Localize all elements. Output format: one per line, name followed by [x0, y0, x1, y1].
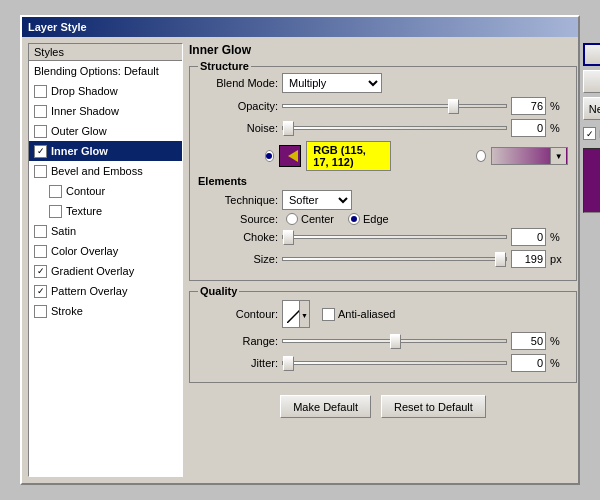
- layer-style-dialog: Layer Style Styles Blending Options: Def…: [20, 15, 580, 485]
- title-bar: Layer Style: [22, 17, 578, 37]
- structure-section: Structure Blend Mode: Multiply Normal Sc…: [189, 66, 577, 281]
- opacity-unit: %: [550, 100, 568, 112]
- opacity-label: Opacity:: [198, 100, 278, 112]
- choke-row: Choke: %: [198, 228, 568, 246]
- sidebar-item-gradient-overlay[interactable]: Gradient Overlay: [29, 261, 182, 281]
- noise-unit: %: [550, 122, 568, 134]
- preview-box: [583, 148, 600, 213]
- blend-mode-row: Blend Mode: Multiply Normal Screen Overl…: [198, 73, 568, 93]
- jitter-unit: %: [550, 357, 568, 369]
- contour-preview[interactable]: ▼: [282, 300, 310, 328]
- sidebar-item-inner-shadow[interactable]: Inner Shadow: [29, 101, 182, 121]
- source-center-option[interactable]: Center: [286, 213, 334, 225]
- noise-label: Noise:: [198, 122, 278, 134]
- noise-slider-thumb[interactable]: [283, 121, 294, 136]
- source-edge-radio[interactable]: [348, 213, 360, 225]
- anti-alias-checkbox[interactable]: [322, 308, 335, 321]
- sidebar-item-outer-glow[interactable]: Outer Glow: [29, 121, 182, 141]
- cancel-button[interactable]: Cancel: [583, 70, 600, 93]
- source-row: Source: Center Edge: [198, 213, 568, 225]
- gradient-preview[interactable]: ▼: [491, 147, 568, 165]
- bevel-emboss-checkbox[interactable]: [34, 165, 47, 178]
- gradient-overlay-checkbox[interactable]: [34, 265, 47, 278]
- range-input[interactable]: [511, 332, 546, 350]
- right-panel: OK Cancel New Style... Preview: [583, 43, 600, 477]
- ok-button[interactable]: OK: [583, 43, 600, 66]
- satin-checkbox[interactable]: [34, 225, 47, 238]
- technique-label: Technique:: [198, 194, 278, 206]
- noise-slider-track[interactable]: [282, 126, 507, 130]
- anti-alias-label: Anti-aliased: [338, 308, 395, 320]
- tooltip-arrow-icon: [288, 150, 298, 162]
- solid-color-radio[interactable]: [265, 150, 275, 162]
- make-default-button[interactable]: Make Default: [280, 395, 371, 418]
- sidebar-item-satin[interactable]: Satin: [29, 221, 182, 241]
- sidebar-item-stroke[interactable]: Stroke: [29, 301, 182, 321]
- left-panel: Styles Blending Options: Default Drop Sh…: [28, 43, 183, 477]
- tooltip-container: RGB (115, 17, 112): [306, 141, 391, 171]
- opacity-slider-thumb[interactable]: [448, 99, 459, 114]
- sidebar-item-texture[interactable]: Texture: [29, 201, 182, 221]
- choke-input[interactable]: [511, 228, 546, 246]
- pattern-overlay-checkbox[interactable]: [34, 285, 47, 298]
- range-slider-thumb[interactable]: [390, 334, 401, 349]
- sidebar-item-blending[interactable]: Blending Options: Default: [29, 61, 182, 81]
- source-center-label: Center: [301, 213, 334, 225]
- size-slider-track[interactable]: [282, 257, 507, 261]
- inner-glow-checkbox[interactable]: [34, 145, 47, 158]
- jitter-slider-track[interactable]: [282, 361, 507, 365]
- gradient-dropdown-arrow[interactable]: ▼: [550, 148, 566, 164]
- choke-slider-thumb[interactable]: [283, 230, 294, 245]
- blend-mode-select-wrapper: Multiply Normal Screen Overlay: [282, 73, 382, 93]
- sidebar-item-contour[interactable]: Contour: [29, 181, 182, 201]
- technique-select[interactable]: Softer Precise: [282, 190, 352, 210]
- contour-label: Contour:: [198, 308, 278, 320]
- choke-slider-track[interactable]: [282, 235, 507, 239]
- sidebar-item-inner-glow[interactable]: Inner Glow: [29, 141, 182, 161]
- size-input[interactable]: [511, 250, 546, 268]
- bottom-buttons: Make Default Reset to Default: [189, 389, 577, 422]
- reset-to-default-button[interactable]: Reset to Default: [381, 395, 486, 418]
- blend-mode-select[interactable]: Multiply Normal Screen Overlay: [282, 73, 382, 93]
- preview-row: Preview: [583, 127, 600, 140]
- range-unit: %: [550, 335, 568, 347]
- dialog-title: Layer Style: [28, 21, 87, 33]
- source-edge-option[interactable]: Edge: [348, 213, 389, 225]
- inner-shadow-checkbox[interactable]: [34, 105, 47, 118]
- blend-mode-label: Blend Mode:: [198, 77, 278, 89]
- jitter-input[interactable]: [511, 354, 546, 372]
- new-style-button[interactable]: New Style...: [583, 97, 600, 120]
- contour-checkbox[interactable]: [49, 185, 62, 198]
- jitter-row: Jitter: %: [198, 354, 568, 372]
- contour-dropdown-arrow[interactable]: ▼: [299, 301, 309, 328]
- sidebar-item-color-overlay[interactable]: Color Overlay: [29, 241, 182, 261]
- size-unit: px: [550, 253, 568, 265]
- choke-label: Choke:: [198, 231, 278, 243]
- gradient-color-radio[interactable]: [476, 150, 486, 162]
- size-slider-thumb[interactable]: [495, 252, 506, 267]
- range-slider-track[interactable]: [282, 339, 507, 343]
- opacity-row: Opacity: %: [198, 97, 568, 115]
- jitter-label: Jitter:: [198, 357, 278, 369]
- opacity-slider-track[interactable]: [282, 104, 507, 108]
- source-center-radio[interactable]: [286, 213, 298, 225]
- drop-shadow-checkbox[interactable]: [34, 85, 47, 98]
- opacity-input[interactable]: [511, 97, 546, 115]
- texture-checkbox[interactable]: [49, 205, 62, 218]
- sidebar-item-drop-shadow[interactable]: Drop Shadow: [29, 81, 182, 101]
- noise-row: Noise: %: [198, 119, 568, 137]
- elements-title: Elements: [198, 175, 568, 187]
- jitter-slider-thumb[interactable]: [283, 356, 294, 371]
- outer-glow-checkbox[interactable]: [34, 125, 47, 138]
- sidebar-item-pattern-overlay[interactable]: Pattern Overlay: [29, 281, 182, 301]
- contour-row: Contour: ▼ Anti-aliased: [198, 300, 568, 328]
- center-panel: Inner Glow Structure Blend Mode: Multipl…: [189, 43, 577, 477]
- color-overlay-checkbox[interactable]: [34, 245, 47, 258]
- technique-row: Technique: Softer Precise: [198, 190, 568, 210]
- preview-checkbox[interactable]: [583, 127, 596, 140]
- noise-input[interactable]: [511, 119, 546, 137]
- range-row: Range: %: [198, 332, 568, 350]
- source-edge-label: Edge: [363, 213, 389, 225]
- sidebar-item-bevel-emboss[interactable]: Bevel and Emboss: [29, 161, 182, 181]
- stroke-checkbox[interactable]: [34, 305, 47, 318]
